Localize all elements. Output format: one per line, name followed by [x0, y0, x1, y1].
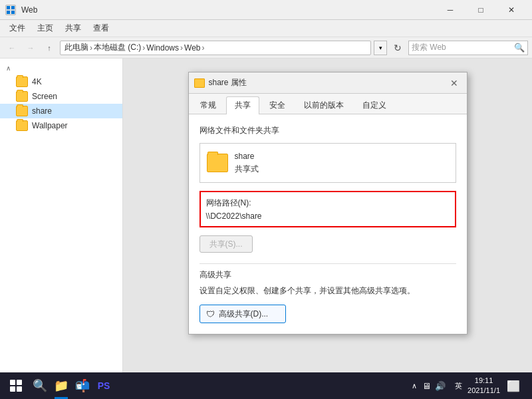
folder-icon-screen [16, 91, 28, 102]
share-button[interactable]: 共享(S)... [200, 235, 253, 253]
taskbar-app3[interactable]: 📬 [72, 372, 93, 399]
folder-name: share [235, 150, 259, 163]
svg-rect-1 [11, 6, 15, 9]
folder-status: 共享式 [235, 163, 259, 176]
sidebar-label-screen: Screen [32, 92, 57, 101]
tab-customize[interactable]: 自定义 [354, 96, 395, 114]
address-dropdown[interactable]: ▾ [374, 41, 387, 55]
menu-share[interactable]: 共享 [60, 21, 86, 35]
svg-rect-2 [7, 11, 10, 14]
dialog-content: 网络文件和文件夹共享 share 共享式 网络路径(N): \\DC2022\s… [189, 114, 467, 334]
minimize-button[interactable]: ─ [435, 0, 466, 20]
menu-file[interactable]: 文件 [4, 21, 31, 35]
taskbar-app3-icon: 📬 [74, 378, 90, 394]
sidebar-item-4k[interactable]: 4K [0, 74, 122, 89]
section1-title: 网络文件和文件夹共享 [200, 125, 456, 136]
content-area: share 属性 ✕ 常规 共享 安全 以前的版本 自定义 网络文件和文件夹共享 [123, 59, 532, 380]
path-windows: Windows [146, 43, 179, 53]
taskbar-explorer[interactable]: 📁 [51, 372, 72, 399]
collapse-icon: ∧ [3, 63, 13, 73]
dialog-folder-icon [194, 78, 205, 88]
path-web: Web [184, 43, 200, 53]
menu-home[interactable]: 主页 [32, 21, 59, 35]
divider [200, 263, 456, 264]
folder-icon-wallpaper [16, 120, 28, 131]
dialog-title-text: share 属性 [209, 77, 447, 88]
close-button[interactable]: ✕ [496, 0, 527, 20]
advanced-section-title: 高级共享 [200, 269, 456, 281]
search-icon: 🔍 [514, 43, 525, 53]
svg-rect-3 [11, 11, 15, 14]
sidebar-item-screen[interactable]: Screen [0, 89, 122, 104]
advanced-share-button[interactable]: 🛡 高级共享(D)... [200, 305, 286, 323]
windows-logo [10, 380, 22, 392]
taskbar-terminal-icon: PS [96, 378, 112, 394]
sidebar-label-wallpaper: Wallpaper [32, 121, 68, 130]
taskbar-explorer-icon: 📁 [53, 378, 69, 394]
tray-time[interactable]: 19:11 2021/11/1 [467, 376, 500, 396]
network-path-value: \\DC2022\share [206, 211, 450, 221]
title-bar: Web ─ □ ✕ [0, 0, 532, 20]
search-placeholder: 搜索 Web [412, 42, 446, 53]
network-path-box: 网络路径(N): \\DC2022\share [200, 191, 456, 227]
dialog-tabs: 常规 共享 安全 以前的版本 自定义 [189, 94, 467, 114]
clock-date: 2021/11/1 [467, 386, 500, 396]
title-bar-icons [5, 5, 16, 15]
dialog-title-bar: share 属性 ✕ [189, 72, 467, 94]
taskbar-terminal[interactable]: PS [93, 372, 114, 399]
sidebar-item-wallpaper[interactable]: Wallpaper [0, 118, 122, 133]
window-title: Web [21, 5, 435, 15]
menu-view[interactable]: 查看 [88, 21, 114, 35]
sidebar-label-4k: 4K [32, 77, 42, 86]
address-bar: ← → ↑ 此电脑 › 本地磁盘 (C:) › Windows › Web › … [0, 37, 532, 59]
dialog-backdrop: share 属性 ✕ 常规 共享 安全 以前的版本 自定义 网络文件和文件夹共享 [123, 59, 532, 380]
tray-volume-icon: 🔊 [435, 381, 446, 391]
share-properties-dialog: share 属性 ✕ 常规 共享 安全 以前的版本 自定义 网络文件和文件夹共享 [188, 72, 467, 334]
back-button[interactable]: ← [4, 40, 20, 56]
shield-icon: 🛡 [205, 309, 216, 319]
tab-general[interactable]: 常规 [192, 96, 225, 114]
path-computer: 此电脑 [65, 42, 88, 53]
share-info-box: share 共享式 [200, 143, 456, 183]
maximize-button[interactable]: □ [466, 0, 496, 20]
taskbar-search[interactable]: 🔍 [29, 372, 51, 399]
folder-icon-share [16, 106, 28, 116]
system-tray: ∧ 🖥 🔊 英 19:11 2021/11/1 ⬜ [404, 372, 529, 399]
tab-share[interactable]: 共享 [226, 96, 259, 114]
window-controls: ─ □ ✕ [435, 0, 527, 20]
tray-caret[interactable]: ∧ [409, 382, 420, 390]
start-button[interactable] [3, 372, 29, 399]
clock-time: 19:11 [467, 376, 500, 386]
share-folder-details: share 共享式 [235, 150, 259, 176]
share-folder-icon [207, 154, 228, 172]
taskbar: 🔍 📁 📬 PS ∧ 🖥 🔊 英 19:11 2021/11/1 ⬜ [0, 372, 532, 399]
taskbar-search-icon: 🔍 [32, 378, 48, 394]
advanced-desc: 设置自定义权限、创建多个共享，并设置其他高级共享选项。 [200, 285, 456, 297]
sidebar-label-share: share [32, 106, 52, 116]
tray-icons: 🖥 🔊 [422, 381, 446, 391]
sidebar-item-share[interactable]: share [0, 104, 122, 118]
folder-icon-4k [16, 76, 28, 87]
search-box[interactable]: 搜索 Web 🔍 [408, 41, 528, 55]
forward-button[interactable]: → [23, 40, 39, 56]
window-icon [5, 5, 16, 15]
tab-previous-versions[interactable]: 以前的版本 [295, 96, 352, 114]
svg-rect-0 [7, 6, 10, 9]
menu-bar: 文件 主页 共享 查看 [0, 20, 532, 37]
tab-security[interactable]: 安全 [261, 96, 294, 114]
refresh-button[interactable]: ↻ [390, 40, 406, 56]
main-area: ∧ 4K Screen share Wallpaper sh [0, 59, 532, 380]
advanced-share-btn-label: 高级共享(D)... [219, 309, 269, 320]
tray-keyboard[interactable]: 英 [452, 381, 465, 391]
path-drive: 本地磁盘 (C:) [94, 42, 141, 53]
notification-button[interactable]: ⬜ [503, 372, 524, 399]
network-path-label: 网络路径(N): [206, 198, 450, 209]
dialog-close-button[interactable]: ✕ [447, 76, 462, 90]
sidebar: ∧ 4K Screen share Wallpaper [0, 59, 123, 380]
up-button[interactable]: ↑ [41, 40, 57, 56]
tray-network-icon: 🖥 [422, 381, 431, 391]
address-path[interactable]: 此电脑 › 本地磁盘 (C:) › Windows › Web › [60, 41, 371, 55]
sidebar-collapse-btn[interactable]: ∧ [0, 61, 122, 74]
